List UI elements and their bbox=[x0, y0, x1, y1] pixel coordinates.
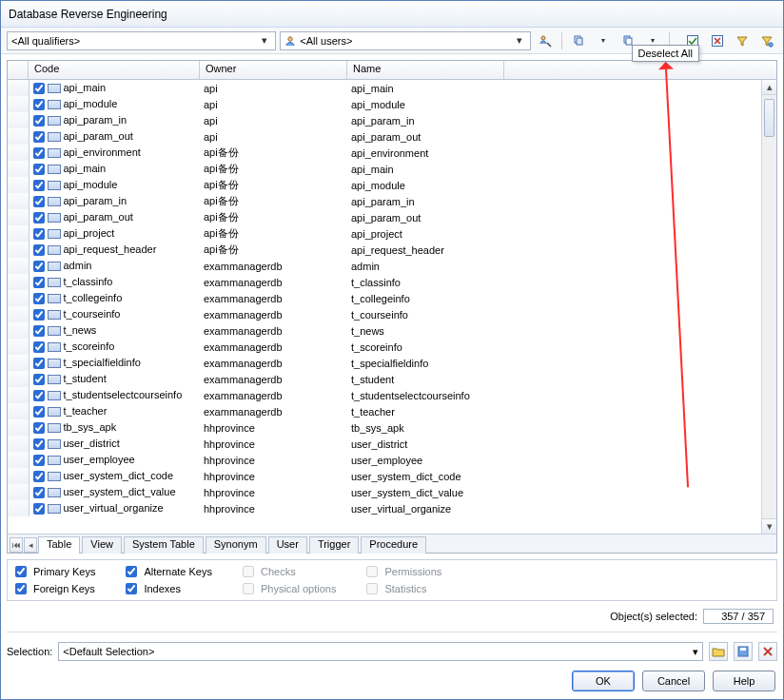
table-row[interactable]: user_system_dict_valuehhprovinceuser_sys… bbox=[8, 484, 761, 500]
cell-code[interactable]: t_scoreinfo bbox=[29, 339, 200, 355]
cell-code[interactable]: t_specialfieldinfo bbox=[29, 355, 200, 371]
table-row[interactable]: api_mainapiapi_main bbox=[8, 80, 761, 96]
row-checkbox[interactable] bbox=[33, 293, 45, 304]
copy-dropdown-button[interactable]: ▾ bbox=[593, 31, 614, 50]
row-checkbox[interactable] bbox=[33, 422, 45, 434]
tab-view[interactable]: View bbox=[82, 536, 122, 554]
help-button[interactable]: Help bbox=[713, 671, 775, 691]
tab-synonym[interactable]: Synonym bbox=[206, 536, 266, 554]
deselect-all-button[interactable] bbox=[707, 31, 728, 50]
column-header-name[interactable]: Name bbox=[347, 61, 504, 79]
ok-button[interactable]: OK bbox=[572, 671, 635, 691]
qualifiers-combo[interactable]: <All qualifiers> ▾ bbox=[7, 31, 276, 50]
cancel-button[interactable]: Cancel bbox=[642, 671, 705, 691]
tab-system-table[interactable]: System Table bbox=[124, 536, 204, 554]
table-row[interactable]: api_mainapi备份api_main bbox=[8, 161, 761, 177]
tab-nav-first[interactable]: ⏮ bbox=[10, 537, 23, 553]
table-row[interactable]: adminexammanagerdbadmin bbox=[8, 258, 761, 274]
cell-code[interactable]: user_system_dict_code bbox=[29, 468, 200, 484]
row-checkbox[interactable] bbox=[33, 471, 45, 482]
copy-button[interactable] bbox=[568, 31, 589, 50]
selection-combo[interactable]: <Default Selection> ▾ bbox=[58, 642, 703, 661]
cell-code[interactable]: user_district bbox=[29, 436, 200, 452]
row-checkbox[interactable] bbox=[33, 115, 45, 126]
scroll-up-button[interactable]: ▴ bbox=[762, 80, 776, 95]
table-row[interactable]: t_studentselectcourseinfoexammanagerdbt_… bbox=[8, 387, 761, 403]
table-row[interactable]: t_courseinfoexammanagerdbt_courseinfo bbox=[8, 306, 761, 322]
row-checkbox[interactable] bbox=[33, 487, 45, 498]
row-checkbox[interactable] bbox=[33, 503, 45, 515]
table-row[interactable]: t_teacherexammanagerdbt_teacher bbox=[8, 403, 761, 419]
opt-alternate-keys[interactable]: Alternate Keys bbox=[126, 566, 212, 577]
cell-code[interactable]: t_collegeinfo bbox=[29, 290, 200, 306]
row-handle[interactable] bbox=[8, 339, 29, 355]
filter-button[interactable] bbox=[732, 31, 753, 50]
tab-user[interactable]: User bbox=[268, 536, 307, 554]
cell-code[interactable]: t_student bbox=[29, 371, 200, 387]
row-handle[interactable] bbox=[8, 225, 29, 242]
row-handle[interactable] bbox=[8, 322, 29, 339]
row-checkbox[interactable] bbox=[33, 164, 45, 175]
tab-trigger[interactable]: Trigger bbox=[309, 536, 359, 554]
cell-code[interactable]: api_project bbox=[29, 225, 200, 242]
row-handle[interactable] bbox=[8, 96, 29, 112]
cell-code[interactable]: t_courseinfo bbox=[29, 306, 200, 322]
row-handle[interactable] bbox=[8, 452, 29, 468]
row-checkbox[interactable] bbox=[33, 212, 45, 224]
row-checkbox[interactable] bbox=[33, 131, 45, 143]
row-handle[interactable] bbox=[8, 436, 29, 452]
row-handle[interactable] bbox=[8, 484, 29, 500]
row-checkbox[interactable] bbox=[33, 325, 45, 337]
row-checkbox[interactable] bbox=[33, 180, 45, 191]
opt-foreign-keys[interactable]: Foreign Keys bbox=[15, 583, 95, 594]
column-header-code[interactable]: Code bbox=[29, 61, 200, 79]
cell-code[interactable]: t_studentselectcourseinfo bbox=[29, 387, 200, 403]
tab-nav-prev[interactable]: ◂ bbox=[24, 537, 37, 553]
table-row[interactable]: api_moduleapiapi_module bbox=[8, 96, 761, 112]
cell-code[interactable]: api_param_in bbox=[29, 112, 200, 128]
table-row[interactable]: api_param_outapiapi_param_out bbox=[8, 128, 761, 145]
cell-code[interactable]: api_module bbox=[29, 96, 200, 112]
table-row[interactable]: t_scoreinfoexammanagerdbt_scoreinfo bbox=[8, 339, 761, 355]
row-handle[interactable] bbox=[8, 112, 29, 128]
table-row[interactable]: api_param_outapi备份api_param_out bbox=[8, 209, 761, 225]
table-row[interactable]: t_collegeinfoexammanagerdbt_collegeinfo bbox=[8, 290, 761, 306]
table-row[interactable]: api_environmentapi备份api_environment bbox=[8, 145, 761, 161]
cell-code[interactable]: user_employee bbox=[29, 452, 200, 468]
table-row[interactable]: api_param_inapiapi_param_in bbox=[8, 112, 761, 128]
table-row[interactable]: api_request_headerapi备份api_request_heade… bbox=[8, 242, 761, 258]
table-row[interactable]: api_param_inapi备份api_param_in bbox=[8, 193, 761, 209]
cell-code[interactable]: t_teacher bbox=[29, 403, 200, 419]
row-handle[interactable] bbox=[8, 128, 29, 145]
cell-code[interactable]: api_param_out bbox=[29, 209, 200, 225]
table-row[interactable]: api_projectapi备份api_project bbox=[8, 225, 761, 242]
cell-code[interactable]: api_environment bbox=[29, 145, 200, 161]
cell-code[interactable]: api_param_in bbox=[29, 193, 200, 209]
row-checkbox[interactable] bbox=[33, 309, 45, 321]
row-checkbox[interactable] bbox=[33, 83, 45, 94]
row-checkbox[interactable] bbox=[33, 406, 45, 418]
opt-primary-keys[interactable]: Primary Keys bbox=[15, 566, 95, 577]
row-handle[interactable] bbox=[8, 274, 29, 290]
vertical-scrollbar[interactable]: ▴ ▾ bbox=[761, 80, 776, 534]
users-combo[interactable]: <All users> ▾ bbox=[280, 31, 530, 50]
row-handle[interactable] bbox=[8, 80, 29, 96]
row-handle[interactable] bbox=[8, 403, 29, 419]
row-handle[interactable] bbox=[8, 290, 29, 306]
table-row[interactable]: t_specialfieldinfoexammanagerdbt_special… bbox=[8, 355, 761, 371]
table-row[interactable]: tb_sys_apkhhprovincetb_sys_apk bbox=[8, 419, 761, 436]
row-handle[interactable] bbox=[8, 258, 29, 274]
filter-settings-button[interactable] bbox=[756, 31, 777, 50]
row-handle[interactable] bbox=[8, 500, 29, 516]
tab-table[interactable]: Table bbox=[38, 536, 80, 554]
row-handle[interactable] bbox=[8, 209, 29, 225]
cell-code[interactable]: t_news bbox=[29, 322, 200, 339]
cell-code[interactable]: api_main bbox=[29, 161, 200, 177]
table-row[interactable]: user_virtual_organizehhprovinceuser_virt… bbox=[8, 500, 761, 516]
column-header-owner[interactable]: Owner bbox=[200, 61, 347, 79]
cell-code[interactable]: tb_sys_apk bbox=[29, 419, 200, 436]
scroll-thumb[interactable] bbox=[764, 99, 774, 137]
cell-code[interactable]: api_main bbox=[29, 80, 200, 96]
row-checkbox[interactable] bbox=[33, 455, 45, 466]
row-checkbox[interactable] bbox=[33, 277, 45, 288]
